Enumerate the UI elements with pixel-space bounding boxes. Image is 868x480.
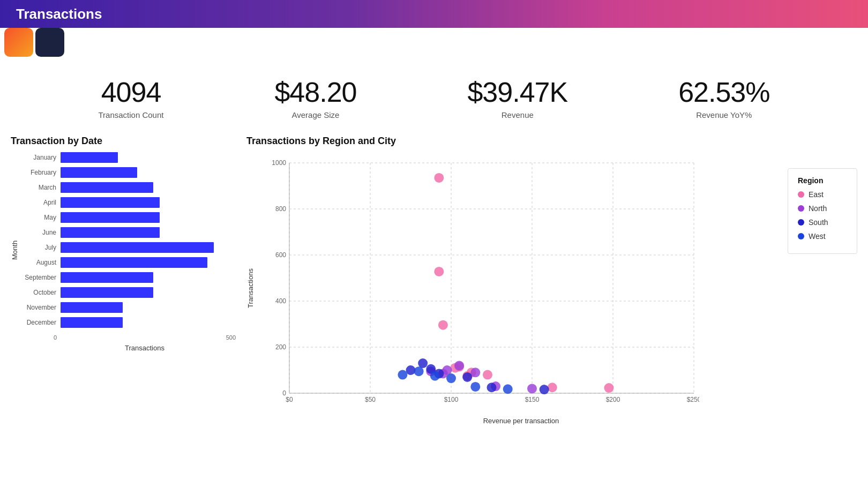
south-label: South bbox=[809, 218, 828, 227]
bar-row: May bbox=[22, 212, 236, 223]
north-label: North bbox=[809, 204, 827, 213]
bar-x-axis-label: Transactions bbox=[11, 344, 236, 352]
west-dot bbox=[798, 233, 804, 239]
bar-fill bbox=[61, 167, 137, 178]
bar-track bbox=[61, 167, 236, 178]
bar-fill bbox=[61, 317, 123, 328]
scatter-point[interactable] bbox=[470, 368, 480, 377]
bar-fill bbox=[61, 197, 160, 208]
scatter-point[interactable] bbox=[438, 320, 448, 330]
bar-chart: Month JanuaryFebruaryMarchAprilMayJuneJu… bbox=[11, 152, 236, 352]
bar-fill bbox=[61, 287, 153, 298]
scatter-x-axis-label: Revenue per transaction bbox=[260, 417, 782, 425]
kpi-label-yoy: Revenue YoY% bbox=[678, 110, 769, 119]
svg-text:$200: $200 bbox=[606, 396, 620, 403]
scatter-point[interactable] bbox=[398, 370, 407, 380]
bar-row: March bbox=[22, 182, 236, 193]
svg-text:$100: $100 bbox=[444, 396, 459, 403]
legend-south: South bbox=[798, 218, 847, 227]
bar-row: April bbox=[22, 197, 236, 208]
bar-month-label: April bbox=[22, 199, 61, 206]
bar-y-axis-label: Month bbox=[11, 152, 19, 332]
bar-month-label: May bbox=[22, 214, 61, 221]
bar-x-axis-ticks: 0 500 bbox=[11, 334, 236, 341]
south-dot bbox=[798, 219, 804, 226]
charts-row: Transaction by Date Month JanuaryFebruar… bbox=[0, 125, 868, 430]
scatter-point[interactable] bbox=[470, 382, 480, 392]
scatter-point[interactable] bbox=[527, 384, 537, 393]
scatter-point[interactable] bbox=[503, 384, 513, 394]
bar-fill bbox=[61, 272, 153, 283]
logo-orange bbox=[4, 28, 33, 57]
scatter-point[interactable] bbox=[462, 372, 472, 382]
east-dot bbox=[798, 191, 804, 198]
scatter-chart-container: Transactions by Region and City Transact… bbox=[246, 136, 857, 425]
scatter-y-axis-label: Transactions bbox=[246, 152, 255, 425]
bar-month-label: July bbox=[22, 244, 61, 251]
kpi-transaction-count: 4094 Transaction Count bbox=[98, 76, 163, 119]
legend-west: West bbox=[798, 232, 847, 241]
bar-track bbox=[61, 317, 236, 328]
scatter-point[interactable] bbox=[487, 382, 497, 392]
svg-text:$50: $50 bbox=[365, 396, 376, 403]
bar-fill bbox=[61, 182, 153, 193]
kpi-value-count: 4094 bbox=[98, 76, 163, 108]
scatter-point[interactable] bbox=[540, 385, 549, 394]
bar-row: October bbox=[22, 287, 236, 298]
bar-month-label: February bbox=[22, 169, 61, 176]
kpi-label-revenue: Revenue bbox=[467, 110, 567, 119]
scatter-point[interactable] bbox=[548, 382, 557, 392]
scatter-point[interactable] bbox=[604, 383, 613, 393]
bar-month-label: December bbox=[22, 319, 61, 326]
svg-text:$250: $250 bbox=[687, 396, 699, 403]
bar-row: February bbox=[22, 167, 236, 178]
bar-track bbox=[61, 182, 236, 193]
bar-track bbox=[61, 227, 236, 238]
svg-text:400: 400 bbox=[275, 297, 286, 305]
scatter-point[interactable] bbox=[446, 373, 456, 383]
legend-east: East bbox=[798, 190, 847, 199]
kpi-label-count: Transaction Count bbox=[98, 110, 163, 119]
bar-row: August bbox=[22, 257, 236, 268]
svg-text:200: 200 bbox=[275, 343, 286, 351]
kpi-revenue: $39.47K Revenue bbox=[467, 76, 567, 119]
bar-month-label: September bbox=[22, 274, 61, 281]
scatter-point[interactable] bbox=[434, 267, 444, 276]
bar-track bbox=[61, 212, 236, 223]
scatter-svg-wrap: 02004006008001000$0$50$100$150$200$250 bbox=[260, 152, 782, 415]
scatter-point[interactable] bbox=[430, 371, 440, 381]
scatter-point[interactable] bbox=[414, 366, 424, 376]
bar-chart-container: Transaction by Date Month JanuaryFebruar… bbox=[11, 136, 236, 425]
header: Transactions bbox=[0, 0, 868, 28]
scatter-point[interactable] bbox=[454, 361, 464, 370]
bar-fill bbox=[61, 302, 123, 313]
bar-row: September bbox=[22, 272, 236, 283]
scatter-legend: Region East North South West bbox=[788, 168, 857, 254]
bar-track bbox=[61, 152, 236, 163]
scatter-point[interactable] bbox=[483, 370, 492, 380]
bar-month-label: January bbox=[22, 154, 61, 161]
kpi-row: 4094 Transaction Count $48.20 Average Si… bbox=[0, 60, 868, 125]
kpi-yoy: 62.53% Revenue YoY% bbox=[678, 76, 769, 119]
bar-month-label: June bbox=[22, 229, 61, 236]
bar-month-label: October bbox=[22, 289, 61, 296]
legend-north: North bbox=[798, 204, 847, 213]
scatter-point[interactable] bbox=[406, 365, 416, 375]
west-label: West bbox=[809, 232, 826, 241]
bar-track bbox=[61, 272, 236, 283]
bar-track bbox=[61, 197, 236, 208]
north-dot bbox=[798, 205, 804, 212]
kpi-value-yoy: 62.53% bbox=[678, 76, 769, 108]
svg-text:800: 800 bbox=[275, 205, 286, 213]
svg-text:$150: $150 bbox=[525, 396, 540, 403]
bar-row: June bbox=[22, 227, 236, 238]
bar-fill bbox=[61, 212, 160, 223]
svg-text:$0: $0 bbox=[286, 396, 293, 403]
scatter-svg: 02004006008001000$0$50$100$150$200$250 bbox=[260, 152, 699, 415]
bar-month-label: November bbox=[22, 304, 61, 311]
scatter-plot-area: 02004006008001000$0$50$100$150$200$250 R… bbox=[260, 152, 782, 425]
svg-text:600: 600 bbox=[275, 251, 286, 259]
legend-title: Region bbox=[798, 176, 847, 185]
scatter-point[interactable] bbox=[434, 173, 444, 183]
bar-month-label: March bbox=[22, 184, 61, 191]
